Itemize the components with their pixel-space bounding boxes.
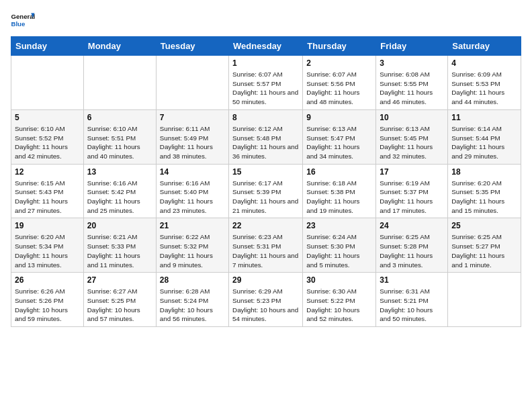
day-number: 26 xyxy=(15,275,80,285)
calendar-cell: 27Sunrise: 6:27 AMSunset: 5:25 PMDayligh… xyxy=(83,273,156,327)
day-number: 12 xyxy=(15,167,80,177)
day-number: 1 xyxy=(232,58,299,68)
day-info: Sunrise: 6:07 AMSunset: 5:56 PMDaylight:… xyxy=(306,70,372,107)
day-info: Sunrise: 6:19 AMSunset: 5:37 PMDaylight:… xyxy=(380,179,444,216)
day-number: 21 xyxy=(160,221,225,230)
day-info: Sunrise: 6:13 AMSunset: 5:45 PMDaylight:… xyxy=(380,124,444,161)
column-header-thursday: Thursday xyxy=(303,37,376,56)
day-number: 27 xyxy=(87,275,152,285)
day-info: Sunrise: 6:25 AMSunset: 5:27 PMDaylight:… xyxy=(451,232,517,269)
day-number: 10 xyxy=(380,113,444,122)
day-number: 19 xyxy=(15,221,80,230)
day-info: Sunrise: 6:20 AMSunset: 5:34 PMDaylight:… xyxy=(15,232,80,269)
calendar-cell: 3Sunrise: 6:08 AMSunset: 5:55 PMDaylight… xyxy=(376,56,448,110)
column-header-wednesday: Wednesday xyxy=(229,37,303,56)
day-info: Sunrise: 6:16 AMSunset: 5:42 PMDaylight:… xyxy=(87,179,152,216)
calendar-cell: 7Sunrise: 6:11 AMSunset: 5:49 PMDaylight… xyxy=(156,109,228,164)
calendar-cell: 26Sunrise: 6:26 AMSunset: 5:26 PMDayligh… xyxy=(11,273,84,327)
calendar-cell: 22Sunrise: 6:23 AMSunset: 5:31 PMDayligh… xyxy=(229,218,303,273)
day-number: 25 xyxy=(451,221,517,230)
day-info: Sunrise: 6:31 AMSunset: 5:21 PMDaylight:… xyxy=(380,287,444,324)
day-info: Sunrise: 6:14 AMSunset: 5:44 PMDaylight:… xyxy=(451,124,517,161)
day-number: 28 xyxy=(160,275,225,285)
day-number: 24 xyxy=(380,221,444,230)
day-number: 29 xyxy=(232,275,299,285)
calendar-week-row: 1Sunrise: 6:07 AMSunset: 5:57 PMDaylight… xyxy=(11,56,521,110)
day-info: Sunrise: 6:22 AMSunset: 5:32 PMDaylight:… xyxy=(160,232,225,269)
day-number: 5 xyxy=(15,113,80,122)
calendar-cell: 25Sunrise: 6:25 AMSunset: 5:27 PMDayligh… xyxy=(448,218,521,273)
day-info: Sunrise: 6:18 AMSunset: 5:38 PMDaylight:… xyxy=(306,179,372,216)
day-number: 15 xyxy=(232,167,299,177)
calendar-cell xyxy=(83,56,156,110)
calendar-cell: 28Sunrise: 6:28 AMSunset: 5:24 PMDayligh… xyxy=(156,273,228,327)
day-number: 23 xyxy=(306,221,372,230)
day-info: Sunrise: 6:24 AMSunset: 5:30 PMDaylight:… xyxy=(306,232,372,269)
day-number: 7 xyxy=(160,113,225,122)
calendar-cell: 23Sunrise: 6:24 AMSunset: 5:30 PMDayligh… xyxy=(303,218,376,273)
calendar-header-row: SundayMondayTuesdayWednesdayThursdayFrid… xyxy=(11,37,521,56)
day-number: 13 xyxy=(87,167,152,177)
day-info: Sunrise: 6:30 AMSunset: 5:22 PMDaylight:… xyxy=(306,287,372,324)
day-number: 20 xyxy=(87,221,152,230)
calendar-cell: 16Sunrise: 6:18 AMSunset: 5:38 PMDayligh… xyxy=(303,164,376,218)
day-number: 6 xyxy=(87,113,152,122)
day-info: Sunrise: 6:08 AMSunset: 5:55 PMDaylight:… xyxy=(380,70,444,107)
calendar-cell: 15Sunrise: 6:17 AMSunset: 5:39 PMDayligh… xyxy=(229,164,303,218)
day-number: 9 xyxy=(306,113,372,122)
column-header-saturday: Saturday xyxy=(448,37,521,56)
column-header-friday: Friday xyxy=(376,37,448,56)
day-number: 31 xyxy=(380,275,444,285)
calendar-cell: 20Sunrise: 6:21 AMSunset: 5:33 PMDayligh… xyxy=(83,218,156,273)
calendar-cell: 18Sunrise: 6:20 AMSunset: 5:35 PMDayligh… xyxy=(448,164,521,218)
day-info: Sunrise: 6:10 AMSunset: 5:52 PMDaylight:… xyxy=(15,124,80,161)
calendar-cell: 9Sunrise: 6:13 AMSunset: 5:47 PMDaylight… xyxy=(303,109,376,164)
calendar-cell: 29Sunrise: 6:29 AMSunset: 5:23 PMDayligh… xyxy=(229,273,303,327)
logo: General Blue xyxy=(11,11,35,30)
day-info: Sunrise: 6:10 AMSunset: 5:51 PMDaylight:… xyxy=(87,124,152,161)
day-number: 11 xyxy=(451,113,517,122)
day-info: Sunrise: 6:28 AMSunset: 5:24 PMDaylight:… xyxy=(160,287,225,324)
page-header: General Blue xyxy=(11,11,521,30)
calendar-week-row: 26Sunrise: 6:26 AMSunset: 5:26 PMDayligh… xyxy=(11,273,521,327)
calendar-cell: 5Sunrise: 6:10 AMSunset: 5:52 PMDaylight… xyxy=(11,109,84,164)
day-number: 8 xyxy=(232,113,299,122)
day-info: Sunrise: 6:09 AMSunset: 5:53 PMDaylight:… xyxy=(451,70,517,107)
calendar-cell: 4Sunrise: 6:09 AMSunset: 5:53 PMDaylight… xyxy=(448,56,521,110)
day-number: 2 xyxy=(306,58,372,68)
calendar-cell: 31Sunrise: 6:31 AMSunset: 5:21 PMDayligh… xyxy=(376,273,448,327)
day-info: Sunrise: 6:16 AMSunset: 5:40 PMDaylight:… xyxy=(160,179,225,216)
calendar-cell: 8Sunrise: 6:12 AMSunset: 5:48 PMDaylight… xyxy=(229,109,303,164)
calendar-table: SundayMondayTuesdayWednesdayThursdayFrid… xyxy=(11,36,521,327)
day-number: 30 xyxy=(306,275,372,285)
column-header-tuesday: Tuesday xyxy=(156,37,228,56)
day-info: Sunrise: 6:11 AMSunset: 5:49 PMDaylight:… xyxy=(160,124,225,161)
calendar-cell: 19Sunrise: 6:20 AMSunset: 5:34 PMDayligh… xyxy=(11,218,84,273)
day-number: 14 xyxy=(160,167,225,177)
calendar-cell xyxy=(448,273,521,327)
calendar-cell: 6Sunrise: 6:10 AMSunset: 5:51 PMDaylight… xyxy=(83,109,156,164)
day-number: 17 xyxy=(380,167,444,177)
calendar-week-row: 12Sunrise: 6:15 AMSunset: 5:43 PMDayligh… xyxy=(11,164,521,218)
day-info: Sunrise: 6:20 AMSunset: 5:35 PMDaylight:… xyxy=(451,179,517,216)
calendar-week-row: 5Sunrise: 6:10 AMSunset: 5:52 PMDaylight… xyxy=(11,109,521,164)
day-number: 3 xyxy=(380,58,444,68)
day-info: Sunrise: 6:12 AMSunset: 5:48 PMDaylight:… xyxy=(232,124,299,161)
calendar-cell: 21Sunrise: 6:22 AMSunset: 5:32 PMDayligh… xyxy=(156,218,228,273)
day-info: Sunrise: 6:13 AMSunset: 5:47 PMDaylight:… xyxy=(306,124,372,161)
calendar-cell: 1Sunrise: 6:07 AMSunset: 5:57 PMDaylight… xyxy=(229,56,303,110)
day-info: Sunrise: 6:27 AMSunset: 5:25 PMDaylight:… xyxy=(87,287,152,324)
calendar-cell: 17Sunrise: 6:19 AMSunset: 5:37 PMDayligh… xyxy=(376,164,448,218)
day-info: Sunrise: 6:26 AMSunset: 5:26 PMDaylight:… xyxy=(15,287,80,324)
svg-text:General: General xyxy=(11,13,36,20)
calendar-cell: 14Sunrise: 6:16 AMSunset: 5:40 PMDayligh… xyxy=(156,164,228,218)
calendar-week-row: 19Sunrise: 6:20 AMSunset: 5:34 PMDayligh… xyxy=(11,218,521,273)
svg-text:Blue: Blue xyxy=(11,20,26,28)
calendar-cell: 10Sunrise: 6:13 AMSunset: 5:45 PMDayligh… xyxy=(376,109,448,164)
day-number: 4 xyxy=(451,58,517,68)
day-info: Sunrise: 6:21 AMSunset: 5:33 PMDaylight:… xyxy=(87,232,152,269)
calendar-cell: 24Sunrise: 6:25 AMSunset: 5:28 PMDayligh… xyxy=(376,218,448,273)
general-blue-icon: General Blue xyxy=(11,11,35,30)
day-number: 18 xyxy=(451,167,517,177)
calendar-cell xyxy=(156,56,228,110)
